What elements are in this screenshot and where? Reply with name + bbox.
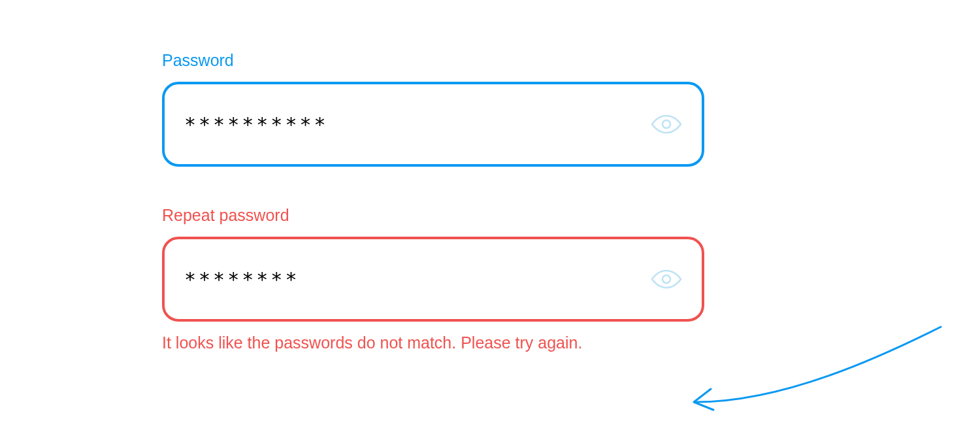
repeat-password-field-group: Repeat password ******** It looks like t… (162, 206, 704, 352)
repeat-password-input[interactable]: ******** (184, 268, 651, 291)
password-field-group: Password ********** (162, 51, 704, 167)
password-input[interactable]: ********** (184, 113, 651, 136)
password-input-wrapper[interactable]: ********** (162, 82, 704, 167)
password-label: Password (162, 51, 704, 70)
svg-point-1 (662, 275, 670, 283)
eye-icon[interactable] (651, 263, 682, 295)
svg-point-0 (662, 120, 670, 128)
eye-icon[interactable] (651, 109, 682, 140)
annotation-arrow (686, 324, 947, 428)
password-form: Password ********** Repeat password ****… (162, 51, 704, 392)
repeat-password-input-wrapper[interactable]: ******** (162, 237, 704, 322)
error-message: It looks like the passwords do not match… (162, 333, 704, 352)
repeat-password-label: Repeat password (162, 206, 704, 225)
